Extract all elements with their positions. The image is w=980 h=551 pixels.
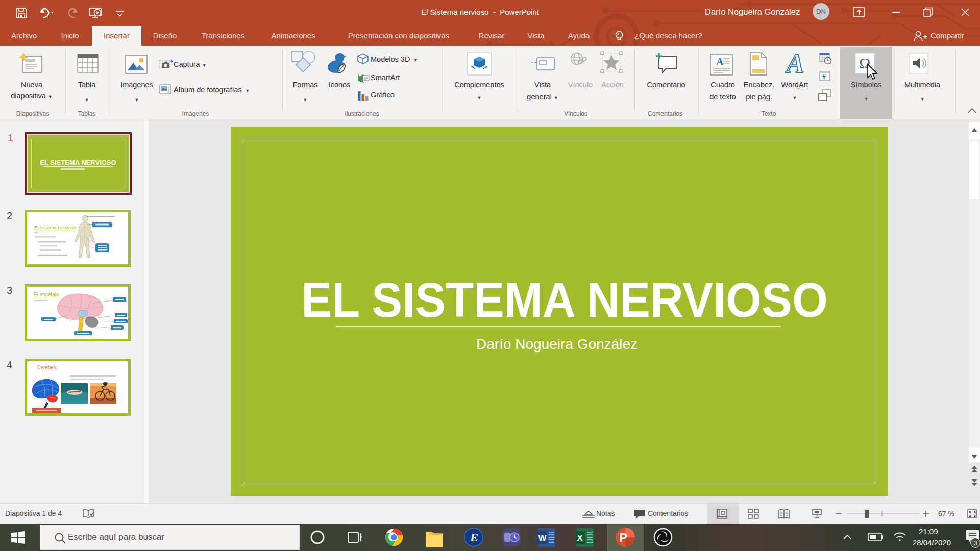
svg-text:A: A xyxy=(785,49,804,78)
svg-text:El encéfalo: El encéfalo xyxy=(34,292,59,297)
svg-text:#: # xyxy=(822,73,826,81)
svg-text:X: X xyxy=(577,533,583,543)
svg-text:W: W xyxy=(538,533,547,543)
svg-text:3: 3 xyxy=(974,539,977,547)
svg-text:A: A xyxy=(716,56,724,67)
svg-text:El sistema nervioso: El sistema nervioso xyxy=(34,224,76,230)
svg-text:E: E xyxy=(470,531,478,544)
svg-text:P: P xyxy=(619,531,627,544)
svg-text:Cerebelo: Cerebelo xyxy=(37,365,58,370)
